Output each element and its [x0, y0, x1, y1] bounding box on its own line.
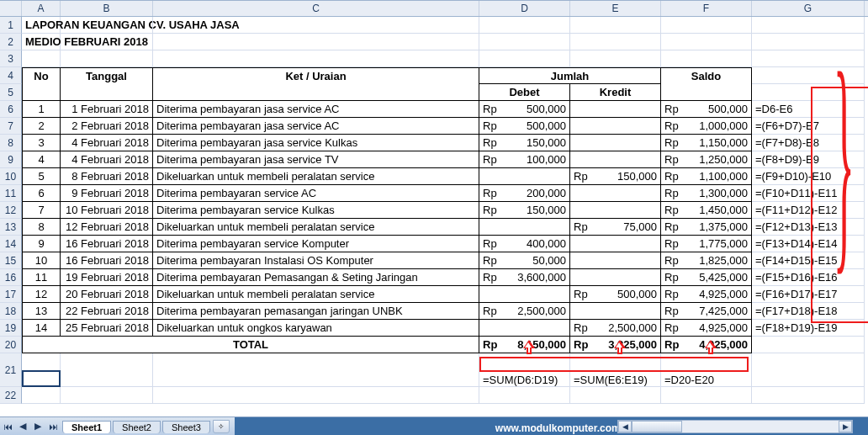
col-header-e[interactable]: E — [570, 1, 661, 16]
cell-saldo[interactable]: Rp1,000,000 — [661, 118, 752, 135]
cell[interactable] — [22, 387, 61, 404]
cell-ket[interactable]: Diterima pembayaran Instalasi OS Kompute… — [153, 252, 479, 269]
horizontal-scrollbar[interactable]: ◀ ▶ — [617, 420, 853, 433]
cell-tanggal[interactable]: 4 Februari 2018 — [61, 135, 153, 151]
cell-kredit[interactable]: Rp150,000 — [570, 168, 661, 185]
cell[interactable] — [479, 387, 570, 404]
cell[interactable] — [61, 34, 153, 50]
cell-saldo[interactable]: Rp5,425,000 — [661, 269, 752, 286]
cell-no[interactable]: 13 — [22, 303, 61, 320]
cell-debet[interactable]: Rp100,000 — [479, 151, 570, 168]
cell-debet[interactable]: Rp2,500,000 — [479, 303, 570, 320]
row-header[interactable]: 22 — [0, 387, 22, 404]
col-header-c[interactable]: C — [153, 1, 479, 16]
row-header[interactable]: 11 — [0, 185, 22, 202]
row-header[interactable]: 20 — [0, 337, 22, 353]
cell-no[interactable]: 3 — [22, 135, 61, 151]
cell-debet[interactable]: Rp500,000 — [479, 101, 570, 118]
cell[interactable] — [752, 387, 865, 404]
cell-tanggal[interactable]: 25 Februari 2018 — [61, 320, 153, 337]
cell[interactable] — [661, 34, 752, 50]
header-saldo[interactable]: Saldo — [661, 67, 752, 84]
header-kredit[interactable]: Kredit — [570, 84, 661, 101]
cell-debet[interactable] — [479, 320, 570, 337]
cell-saldo[interactable]: Rp4,925,000 — [661, 320, 752, 337]
cell-kredit[interactable] — [570, 252, 661, 269]
cell-tanggal[interactable]: 19 Februari 2018 — [61, 269, 153, 286]
row-header[interactable]: 15 — [0, 252, 22, 269]
cell-kredit[interactable] — [570, 151, 661, 168]
scroll-right-icon[interactable]: ▶ — [839, 421, 852, 432]
cell-kredit[interactable] — [570, 101, 661, 118]
header-no[interactable]: No — [22, 67, 61, 84]
cell[interactable] — [570, 50, 661, 67]
cell-tanggal[interactable]: 12 Februari 2018 — [61, 219, 153, 236]
row-header[interactable]: 6 — [0, 101, 22, 118]
cell[interactable] — [153, 84, 479, 101]
cell-debet[interactable]: Rp3,600,000 — [479, 269, 570, 286]
cell-kredit[interactable] — [570, 236, 661, 252]
cell-saldo[interactable]: Rp1,825,000 — [661, 252, 752, 269]
cell-saldo[interactable]: Rp500,000 — [661, 101, 752, 118]
header-ket[interactable]: Ket / Uraian — [153, 67, 479, 84]
cell-ket[interactable]: Diterima pembayaran Pemasangan & Seting … — [153, 269, 479, 286]
header-tanggal[interactable]: Tanggal — [61, 67, 153, 84]
cell[interactable] — [153, 17, 479, 34]
cell-tanggal[interactable]: 20 Februari 2018 — [61, 286, 153, 303]
header-jumlah[interactable]: Jumlah — [479, 67, 661, 84]
cell-tanggal[interactable]: 2 Februari 2018 — [61, 118, 153, 135]
cell-no[interactable]: 4 — [22, 151, 61, 168]
row-header[interactable]: 18 — [0, 303, 22, 320]
cell[interactable] — [61, 84, 153, 101]
row-header[interactable]: 14 — [0, 236, 22, 252]
cell-kredit[interactable]: Rp500,000 — [570, 286, 661, 303]
cell[interactable] — [570, 34, 661, 50]
cell-debet[interactable]: Rp150,000 — [479, 135, 570, 151]
row-header[interactable]: 8 — [0, 135, 22, 151]
cell-debet[interactable]: Rp400,000 — [479, 236, 570, 252]
cell-no[interactable]: 12 — [22, 286, 61, 303]
cell[interactable] — [661, 50, 752, 67]
cell-kredit[interactable] — [570, 269, 661, 286]
cell-kredit[interactable] — [570, 202, 661, 219]
cell-no[interactable]: 14 — [22, 320, 61, 337]
cell-saldo[interactable]: Rp1,375,000 — [661, 219, 752, 236]
cell-tanggal[interactable]: 1 Februari 2018 — [61, 101, 153, 118]
cell[interactable] — [153, 34, 479, 50]
cell-saldo[interactable]: Rp7,425,000 — [661, 303, 752, 320]
new-sheet-button[interactable]: ✧ — [213, 420, 230, 433]
cell-saldo[interactable]: Rp4,925,000 — [661, 286, 752, 303]
col-header-d[interactable]: D — [479, 1, 570, 16]
tab-nav-next-icon[interactable]: ▶ — [30, 419, 45, 434]
cell[interactable] — [752, 353, 865, 387]
cell[interactable] — [153, 353, 479, 387]
cell-saldo[interactable]: Rp1,450,000 — [661, 202, 752, 219]
cell-debet[interactable]: Rp150,000 — [479, 202, 570, 219]
cell[interactable] — [479, 50, 570, 67]
cell-saldo[interactable]: Rp1,300,000 — [661, 185, 752, 202]
scroll-left-icon[interactable]: ◀ — [618, 421, 632, 432]
cell-saldo[interactable]: Rp1,250,000 — [661, 151, 752, 168]
cell[interactable] — [61, 17, 153, 34]
col-header-b[interactable]: B — [61, 1, 153, 16]
cell-ket[interactable]: Diterima pembayaran jasa service AC — [153, 101, 479, 118]
row-header[interactable]: 16 — [0, 269, 22, 286]
cell-ket[interactable]: Diterima pembayaran jasa service TV — [153, 151, 479, 168]
cell-kredit[interactable] — [570, 185, 661, 202]
cell-ket[interactable]: Diterima pembayaran service AC — [153, 185, 479, 202]
header-debet[interactable]: Debet — [479, 84, 570, 101]
cell-ket[interactable]: Diterima pembayaran jasa service AC — [153, 118, 479, 135]
cell-no[interactable]: 10 — [22, 252, 61, 269]
cell-debet[interactable] — [479, 219, 570, 236]
cell[interactable] — [61, 353, 153, 387]
cell-debet[interactable] — [479, 286, 570, 303]
row-header[interactable]: 17 — [0, 286, 22, 303]
cell-ket[interactable]: Diterima pembayaran service Kulkas — [153, 202, 479, 219]
row-header[interactable]: 1 — [0, 17, 22, 34]
cell-saldo[interactable]: Rp1,775,000 — [661, 236, 752, 252]
cell-tanggal[interactable]: 4 Februari 2018 — [61, 151, 153, 168]
cell-tanggal[interactable]: 8 Februari 2018 — [61, 168, 153, 185]
row-header[interactable]: 4 — [0, 67, 22, 84]
cell[interactable] — [153, 50, 479, 67]
cell[interactable] — [661, 84, 752, 101]
